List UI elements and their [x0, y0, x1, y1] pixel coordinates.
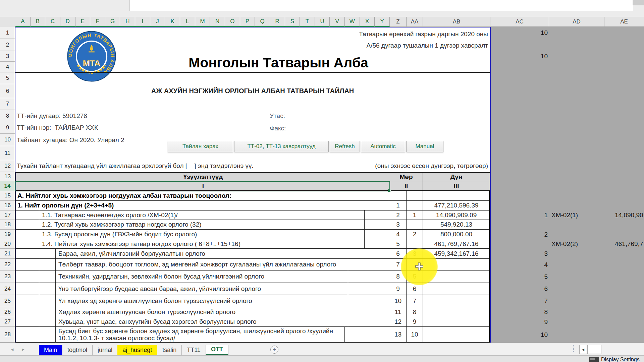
side-cell-ac-r28[interactable]: 10 — [491, 327, 548, 343]
row-header-6[interactable]: 6 — [0, 84, 15, 98]
column-header-S[interactable]: S — [285, 17, 300, 27]
column-header-F[interactable]: F — [90, 17, 105, 27]
row-header-22[interactable]: 22 — [0, 259, 15, 270]
column-header-M[interactable]: M — [195, 17, 210, 27]
table-cell-amount-r23[interactable] — [423, 270, 490, 283]
tt-name[interactable]: ТТ-ийн нэр: ТАЙЛБАР ХХК — [17, 124, 98, 131]
table-cell-indicator-r17[interactable]: 1.1. Татвараас чөлөөлөгдөх орлого /ХМ-02… — [16, 210, 365, 220]
row-header-9[interactable]: 9 — [0, 122, 15, 134]
column-header-AA[interactable]: AA — [407, 17, 423, 27]
table-cell-amount-r20[interactable]: 461,769,767.16 — [423, 239, 490, 248]
side-cell-ac-r27[interactable]: 9 — [491, 317, 548, 327]
table-cell-indicator-r27[interactable]: Хувьцаа, үнэт цаас, санхүүгийн бусад хэр… — [16, 317, 348, 326]
sheet-tab-togtmol[interactable]: togtmol — [62, 345, 92, 355]
column-header-D[interactable]: D — [60, 17, 75, 27]
row-header-16[interactable]: 16 — [0, 201, 15, 210]
tab-scroll-arrows-icon[interactable]: ◄ ► — [10, 347, 28, 352]
sheet-tab-main[interactable]: Main — [39, 345, 62, 355]
sheet-tab-tsalin[interactable]: tsalin — [157, 345, 181, 355]
column-header-G[interactable]: G — [105, 17, 120, 27]
column-header-H[interactable]: H — [120, 17, 135, 27]
row-header-23[interactable]: 23 — [0, 270, 15, 283]
row-header-10[interactable]: 10 — [0, 134, 15, 146]
table-cell-sub-no-r26[interactable]: 8 — [407, 307, 423, 317]
table-cell-amount-r16[interactable]: 477,210,596.39 — [423, 201, 490, 210]
table-cell-line-no-r16[interactable]: 1 — [390, 201, 407, 210]
side-cell-ac-r22[interactable]: 4 — [491, 259, 548, 270]
sheet-tab-jurnal[interactable]: jurnal — [92, 345, 117, 355]
row-header-8[interactable]: 8 — [0, 110, 15, 122]
column-header-AD[interactable]: AD — [549, 17, 604, 27]
column-header-K[interactable]: K — [165, 17, 180, 27]
column-header-I[interactable]: I — [135, 17, 150, 27]
table-cell-line-no-r23[interactable]: 8 — [390, 270, 407, 283]
new-sheet-button[interactable]: + — [270, 346, 278, 354]
table-cell-sub-no-r25[interactable]: 7 — [407, 295, 423, 307]
side-cell-ac-r26[interactable]: 8 — [491, 307, 548, 317]
table-cell-indicator-r23[interactable]: Техникийн, удирдлагын, зөвлөхийн болон б… — [16, 270, 348, 283]
column-header-U[interactable]: U — [315, 17, 330, 27]
fax-label[interactable]: Факс: — [270, 125, 286, 132]
table-cell-indicator-r24[interactable]: Үнэ төлбөргүйгээр бусдаас авсан бараа, а… — [16, 283, 348, 295]
table-header-amount[interactable]: Дүн — [423, 173, 490, 181]
display-settings-label[interactable]: Display Settings — [601, 357, 640, 362]
macro-button-5[interactable]: Manual — [406, 141, 443, 152]
row-header-13[interactable]: 13 — [0, 172, 15, 181]
hscroll-thumb[interactable] — [587, 345, 601, 354]
side-cell-ac-r25[interactable]: 7 — [491, 295, 548, 307]
table-cell-sub-no-r28[interactable]: 10 — [407, 327, 423, 342]
column-header-B[interactable]: B — [31, 17, 46, 27]
row-header-4[interactable]: 4 — [0, 62, 15, 72]
table-header-roman-3[interactable]: III — [423, 181, 490, 190]
table-cell-amount-r22[interactable] — [423, 259, 490, 270]
column-header-C[interactable]: C — [45, 17, 60, 27]
table-cell-indicator-r21[interactable]: Бараа, ажил, үйлчилгээний борлуулалтын о… — [16, 249, 348, 258]
table-cell-line-no-r26[interactable]: 11 — [390, 307, 407, 317]
table-cell-sub-no-r23[interactable]: 5 — [407, 270, 423, 283]
table-cell-indicator-r20[interactable]: 1.4. Нийтлэг хувь хэмжээгээр татвар ногд… — [16, 239, 365, 248]
table-cell-indicator-r28[interactable]: Бусад биет бус хөрөнгө болон хөдлөх эд х… — [16, 327, 345, 342]
row-header-5[interactable]: 5 — [0, 72, 15, 84]
table-cell-sub-no-r21[interactable]: 3 — [407, 249, 423, 258]
table-cell-sub-no-r18[interactable] — [407, 220, 423, 229]
column-header-P[interactable]: P — [240, 17, 255, 27]
side-cell-ac-r17[interactable]: 1 — [491, 210, 548, 220]
table-cell-amount-r26[interactable] — [423, 307, 490, 317]
side-cell-ad-r17[interactable]: ХМ-02(1) — [551, 210, 604, 220]
row-header-3[interactable]: 3 — [0, 51, 15, 62]
row-header-2[interactable]: 2 — [0, 39, 15, 51]
row-header-1[interactable]: 1 — [0, 27, 15, 39]
macro-button-2[interactable]: ТТ-02, ТТ-13 хавсралтууд — [234, 141, 329, 152]
table-cell-amount-r15[interactable] — [423, 191, 490, 200]
side-cell-ac-r21[interactable]: 3 — [491, 249, 548, 259]
table-cell-amount-r24[interactable] — [423, 283, 490, 295]
table-cell-line-no-r15[interactable] — [390, 191, 407, 200]
column-header-AC[interactable]: AC — [490, 17, 549, 27]
column-header-V[interactable]: V — [330, 17, 345, 27]
table-header-indicators[interactable]: Үзүүлэлтүүд — [16, 173, 390, 181]
table-cell-sub-no-r24[interactable]: 6 — [407, 283, 423, 295]
table-cell-indicator-r22[interactable]: Төлбөрт таавар, бооцоот тоглоом, эд мөнг… — [16, 259, 348, 270]
macro-button-3[interactable]: Refresh — [330, 141, 360, 152]
sheet-tab-aj_husnegt[interactable]: aj_husnegt — [117, 345, 157, 355]
table-cell-sub-no-r27[interactable]: 9 — [407, 317, 423, 326]
column-header-R[interactable]: R — [270, 17, 285, 27]
row-header-24[interactable]: 24 — [0, 283, 15, 295]
side-cell-ac-r3[interactable]: 10 — [491, 51, 548, 62]
column-header-AE[interactable]: AE — [604, 17, 644, 27]
column-header-N[interactable]: N — [210, 17, 225, 27]
column-header-L[interactable]: L — [180, 17, 195, 27]
table-header-roman-1[interactable]: I — [16, 181, 390, 190]
table-cell-indicator-r16[interactable]: 1. Нийт орлогын дүн (2+3+4+5) — [16, 201, 389, 210]
table-cell-amount-r18[interactable]: 549,920.13 — [423, 220, 490, 229]
table-cell-indicator-r18[interactable]: 1.2. Тусгай хувь хэмжээгээр татвар ногдо… — [16, 220, 365, 229]
table-cell-indicator-r15[interactable]: А. Нийтлэг хувь хэмжээгээр ногдуулах алб… — [16, 191, 389, 200]
column-header-E[interactable]: E — [75, 17, 91, 27]
row-header-11[interactable]: 11 — [0, 146, 15, 160]
row-header-26[interactable]: 26 — [0, 307, 15, 317]
row-header-17[interactable]: 17 — [0, 210, 15, 220]
table-cell-amount-r17[interactable]: 14,090,909.09 — [423, 210, 490, 220]
table-cell-line-no-r25[interactable]: 10 — [390, 295, 407, 307]
table-cell-sub-no-r19[interactable]: 2 — [407, 230, 423, 239]
formula-bar-collapse[interactable] — [633, 0, 644, 5]
